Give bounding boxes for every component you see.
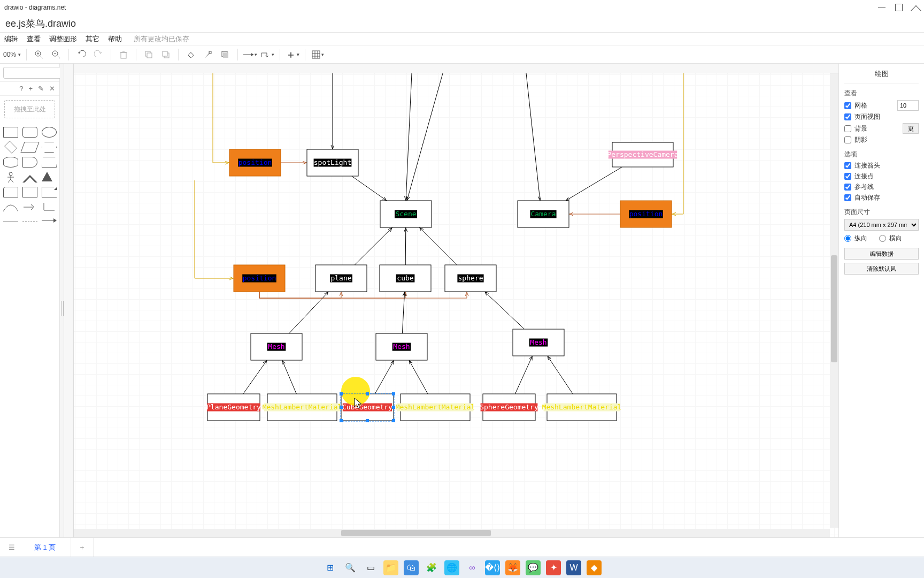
orient-landscape-radio[interactable] [879,235,886,242]
table-icon[interactable]: ▾ [311,48,325,62]
shape-parallelogram[interactable] [20,142,39,153]
undo-icon[interactable] [74,48,88,62]
shadow-icon[interactable] [218,48,232,62]
v-scroll-thumb[interactable] [831,255,837,362]
menu-arrange[interactable]: 调整图形 [49,34,77,44]
shape-ellipse[interactable] [42,127,57,138]
close-icon[interactable] [912,4,920,11]
diagram-edge[interactable] [406,73,412,201]
pages-menu-icon[interactable]: ☰ [4,538,19,557]
shape-step[interactable] [22,157,37,168]
drawio-icon[interactable]: ◆ [587,560,602,575]
minimize-icon[interactable] [878,4,886,7]
diagram-edge[interactable] [282,360,297,394]
wechat-icon[interactable]: 💬 [526,560,541,575]
guides-checkbox[interactable] [844,184,851,191]
diagram-edge[interactable] [375,360,394,394]
diagram-edge[interactable] [352,176,387,201]
shape-arrow2[interactable] [42,217,57,227]
shadow-checkbox[interactable] [844,136,851,143]
app-icon-1[interactable]: 🧩 [424,560,439,575]
document-name[interactable]: ee.js菜鸟.drawio [5,17,76,30]
tab-page1[interactable]: 第 1 页 [19,538,71,557]
shape-container[interactable] [22,187,37,197]
orient-portrait-radio[interactable] [844,235,851,242]
edge-icon[interactable]: 🌐 [444,560,459,575]
arrows-checkbox[interactable] [844,162,851,169]
shape-lshape[interactable] [42,202,57,212]
waypoint-icon[interactable]: ▾ [260,48,274,62]
zoom-out-icon[interactable] [49,48,63,62]
diagram-edge[interactable] [409,360,428,394]
diagram-node[interactable]: plane [315,265,367,292]
diagram-node[interactable]: Mesh [513,329,564,356]
points-checkbox[interactable] [844,173,851,180]
redo-icon[interactable] [91,48,105,62]
diagram-node[interactable]: MeshLambertMaterial [263,394,342,421]
diagram-edge[interactable] [259,292,405,298]
diagram-edge[interactable] [243,360,267,394]
shape-triangle[interactable] [42,172,52,181]
h-scroll-thumb[interactable] [341,530,491,536]
background-checkbox[interactable] [844,125,851,132]
pageview-checkbox[interactable] [844,113,851,120]
insert-icon[interactable]: ＋▾ [286,48,299,62]
diagram-node[interactable]: PlaneGeometry [206,394,261,421]
shape-dashline[interactable] [22,222,37,222]
diagram-node[interactable]: PerspectiveCamera [607,142,678,167]
diagram-edge[interactable] [195,180,234,278]
diagram-edge[interactable] [548,356,573,394]
word-icon[interactable]: W [566,560,581,575]
diagram-node[interactable]: Scene [380,201,432,227]
horizontal-scrollbar[interactable] [74,529,830,537]
shape-hexagon[interactable] [42,142,57,153]
diagram-edge[interactable] [405,227,406,265]
maximize-icon[interactable] [895,4,903,11]
edit-metadata-button[interactable]: 编辑数据 [844,248,919,260]
help-icon[interactable]: ? [19,85,23,93]
connection-icon[interactable]: ▾ [243,48,257,62]
store-icon[interactable]: 🛍 [404,560,419,575]
linecolor-icon[interactable] [201,48,215,62]
shape-curve[interactable] [3,202,18,212]
diagram-edge[interactable] [407,73,443,201]
pagesize-select[interactable]: A4 (210 mm x 297 mm) [844,219,919,231]
vs-icon[interactable]: ∞ [465,560,480,575]
toback-icon[interactable] [159,48,173,62]
diagram-node[interactable]: Mesh [251,333,302,360]
grid-checkbox[interactable] [844,102,851,109]
add-page-button[interactable]: ＋ [71,538,94,557]
shape-line[interactable] [3,222,18,222]
diagram-node[interactable]: MeshLambertMaterial [542,394,622,421]
firefox-icon[interactable]: 🦊 [505,560,520,575]
left-splitter[interactable] [60,64,64,537]
edit-icon[interactable]: ✎ [38,85,44,93]
diagram-node[interactable]: MeshLambertMaterial [396,394,475,421]
shape-and[interactable] [22,172,37,182]
diagram-node[interactable]: SphereGeometry [480,394,538,421]
shape-cylinder[interactable] [3,157,18,168]
menu-edit[interactable]: 编辑 [4,34,18,44]
scratchpad[interactable]: 拖拽至此处 [4,100,55,118]
shape-arrow1[interactable] [22,202,37,212]
close-panel-icon[interactable]: ✕ [49,85,55,93]
background-change-button[interactable]: 更 [903,123,919,134]
diagram-node[interactable]: Camera [518,201,569,227]
add-icon[interactable]: + [28,85,33,93]
shape-diamond[interactable] [4,141,17,154]
start-icon[interactable]: ⊞ [322,560,337,575]
diagram-node[interactable]: sphere [445,265,496,292]
shape-trapezoid[interactable] [42,157,57,168]
shape-actor[interactable] [3,172,18,182]
search-taskbar-icon[interactable]: 🔍 [343,560,358,575]
taskview-icon[interactable]: ▭ [363,560,378,575]
diagram-node[interactable]: Mesh [376,333,427,360]
diagram-node[interactable]: cube [380,265,431,292]
shape-note[interactable] [42,187,57,197]
vertical-scrollbar[interactable] [830,73,838,528]
diagram-edge[interactable] [213,73,229,163]
shape-rect[interactable] [3,127,18,138]
menu-help[interactable]: 帮助 [108,34,122,44]
shape-roundrect[interactable] [22,127,37,138]
shape-card[interactable] [3,187,18,197]
